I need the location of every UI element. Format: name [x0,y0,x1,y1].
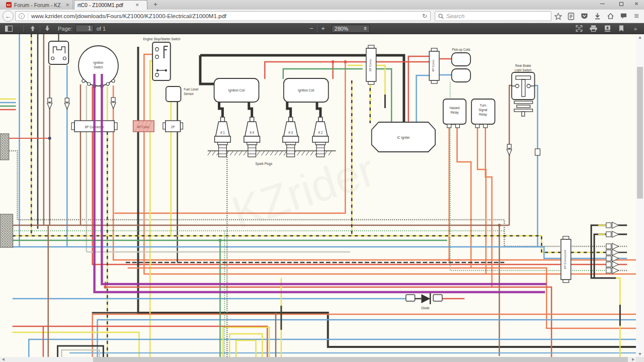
svg-text:Turn: Turn [480,104,487,107]
window-minimize-button[interactable] [595,0,610,8]
toolbar-icons: ≡ [551,10,643,23]
svg-text:Spark Plugs: Spark Plugs [256,162,272,165]
toolbar-divider [317,25,317,32]
scroll-down-arrow-icon[interactable] [636,351,644,357]
scroll-up-arrow-icon[interactable] [636,34,644,40]
svg-text:Relay: Relay [451,111,459,114]
kzrider-favicon: KZ [6,2,12,8]
svg-text:4P Conn: 4P Conn [431,59,435,72]
zoom-out-button[interactable]: − [307,25,316,32]
sidebar-toggle-icon[interactable] [3,24,14,34]
svg-text:# 2: # 2 [318,131,323,134]
menu-hamburger-icon[interactable]: ≡ [630,10,643,22]
window-close-button[interactable]: ✕ [630,0,643,8]
page-label: Page: [58,26,72,32]
svg-text:Light Switch: Light Switch [515,68,532,72]
page-number-input[interactable]: 1 [75,25,94,32]
svg-text:Sensor: Sensor [184,92,194,96]
pdf-content-area[interactable]: IgnitionSwitchEngine Stop/Starter Switch… [0,34,636,357]
browser-window: KZ Forum - Forum - KZrider.c... ✕ rtC0 -… [0,0,644,362]
svg-text:Ignition: Ignition [94,61,104,64]
svg-text:Signal: Signal [478,108,487,112]
horizontal-scrollbar[interactable] [0,357,636,362]
page-up-icon[interactable] [27,24,38,34]
svg-text:Diode: Diode [421,306,430,310]
svg-text:6P Connector: 6P Connector [563,250,567,269]
svg-text:Ignition Coil: Ignition Coil [228,88,245,92]
close-icon: ✕ [634,2,638,7]
svg-text:# 3: # 3 [288,131,293,134]
tab-title: Forum - Forum - KZrider.c... [14,2,61,8]
scroll-left-arrow-icon[interactable] [0,357,6,362]
search-icon [438,14,444,19]
svg-text:Switch: Switch [94,65,103,69]
minimize-icon [600,4,605,4]
svg-text:Pick-up Coils: Pick-up Coils [452,48,470,51]
downloads-icon[interactable] [591,10,604,22]
svg-text:Relay: Relay [479,113,488,116]
svg-text:# 1: # 1 [220,131,225,134]
bookmark-star-icon[interactable] [551,10,565,22]
wiring-diagram: IgnitionSwitchEngine Stop/Starter Switch… [0,34,636,357]
urlbar-divider [28,13,28,20]
print-icon[interactable] [588,24,599,34]
tab-title: rtC0 - Z1000M1.pdf [77,2,123,8]
url-text[interactable]: www.kzrider.com/jdownloads/Fours/KZ1000/… [31,13,420,19]
search-bar[interactable]: Search [435,11,551,21]
select-spinner-icon [364,27,367,30]
svg-text:8P Conn.: 8P Conn. [368,58,372,71]
tab-forum[interactable]: KZ Forum - Forum - KZrider.c... ✕ [3,0,73,10]
pdf-toolbar: Page: 1 of 1 − + 280% » [0,23,644,34]
tab-close-icon[interactable]: ✕ [135,3,139,8]
search-placeholder: Search [446,13,464,19]
svg-text:IC Igniter: IC Igniter [397,136,410,139]
page-info-icon[interactable]: i [19,13,25,19]
svg-text:Ignition Coil: Ignition Coil [298,88,314,92]
page-total: of 1 [97,26,106,32]
vertical-scrollbar[interactable] [636,34,644,357]
scroll-right-arrow-icon[interactable] [630,357,636,362]
presentation-mode-icon[interactable] [574,24,585,34]
pocket-icon[interactable] [578,10,591,22]
svg-text:Fuel Level: Fuel Level [184,87,198,91]
svg-text:# 4: # 4 [250,131,254,134]
toolbar-divider [23,25,24,32]
zoom-level-select[interactable]: 280% [332,25,370,33]
toolbar-more-icon[interactable]: » [630,24,641,34]
svg-text:2P: 2P [171,125,175,129]
svg-text:Rear Brake: Rear Brake [515,64,531,67]
maximize-icon [619,2,623,6]
tab-pdf[interactable]: rtC0 - Z1000M1.pdf ✕ [74,0,147,10]
navigation-toolbar: ← i www.kzrider.com/jdownloads/Fours/KZ1… [0,10,644,23]
window-maximize-button[interactable] [614,0,629,8]
svg-text:Engine Stop/Starter Switch: Engine Stop/Starter Switch [143,37,181,41]
tab-bar: KZ Forum - Forum - KZrider.c... ✕ rtC0 -… [0,0,644,10]
feedback-bubble-icon[interactable] [617,10,630,22]
reload-icon[interactable]: ↻ [422,13,427,20]
url-bar[interactable]: i www.kzrider.com/jdownloads/Fours/KZ100… [15,11,431,21]
tab-close-icon[interactable]: ✕ [65,3,69,8]
svg-text:Hazard: Hazard [450,106,460,110]
zoom-in-button[interactable]: + [318,25,328,32]
svg-text:4P Conn.: 4P Conn. [137,125,150,129]
toolbar-divider [40,25,40,32]
vertical-scrollbar-thumb[interactable] [637,67,643,199]
zoom-level-value: 280% [335,26,348,32]
download-pdf-icon[interactable] [602,24,613,34]
reading-list-icon[interactable] [565,10,578,22]
horizontal-scrollbar-thumb[interactable] [93,357,628,362]
home-icon[interactable] [604,10,617,22]
new-tab-button[interactable]: + [150,1,160,9]
scrollbar-corner [636,357,644,362]
bookmark-icon[interactable] [616,24,627,34]
back-button[interactable]: ← [3,11,14,22]
svg-text:KZrider: KZrider [226,144,381,238]
page-down-icon[interactable] [42,24,53,34]
